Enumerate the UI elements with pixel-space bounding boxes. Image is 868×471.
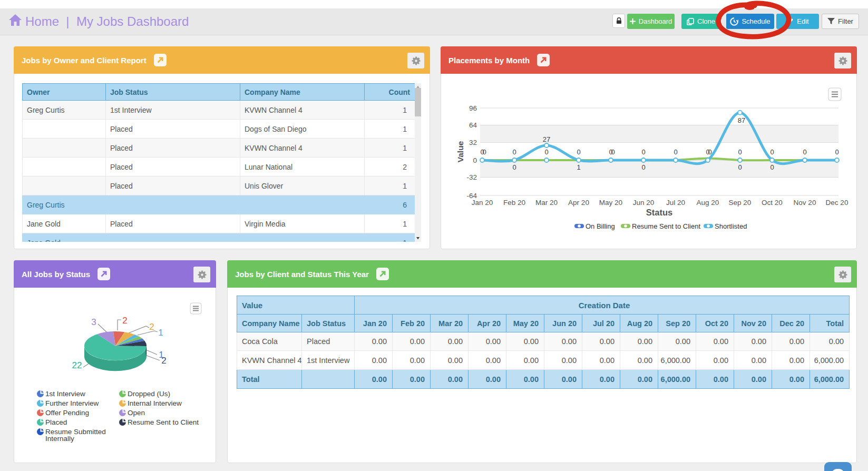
- svg-text:0: 0: [512, 163, 516, 171]
- svg-text:Resume Sent to Client: Resume Sent to Client: [632, 222, 700, 230]
- svg-text:Feb 20: Feb 20: [503, 199, 525, 207]
- svg-text:0: 0: [738, 163, 742, 171]
- svg-text:Sep 20: Sep 20: [729, 199, 752, 207]
- svg-text:3: 3: [91, 317, 96, 327]
- svg-text:1: 1: [158, 328, 163, 338]
- svg-text:2: 2: [122, 316, 127, 326]
- svg-text:87: 87: [738, 116, 745, 124]
- svg-text:1st Interview: 1st Interview: [45, 390, 85, 398]
- svg-text:0: 0: [482, 148, 486, 156]
- svg-text:Placed: Placed: [45, 418, 67, 426]
- svg-text:2: 2: [149, 322, 154, 332]
- svg-text:Aug 20: Aug 20: [697, 199, 719, 207]
- svg-text:0: 0: [770, 148, 774, 156]
- svg-text:0: 0: [641, 148, 645, 156]
- svg-text:Open: Open: [128, 409, 145, 417]
- svg-text:Jun 20: Jun 20: [633, 199, 655, 207]
- svg-text:0: 0: [611, 148, 615, 156]
- svg-text:Internal Interview: Internal Interview: [128, 399, 182, 407]
- svg-text:0: 0: [512, 148, 516, 156]
- svg-text:Mar 20: Mar 20: [535, 199, 558, 207]
- svg-text:Internally: Internally: [45, 435, 74, 443]
- svg-text:Dropped (Us): Dropped (Us): [128, 390, 170, 398]
- svg-text:0: 0: [577, 148, 580, 156]
- svg-text:Oct 20: Oct 20: [762, 199, 783, 207]
- svg-text:27: 27: [543, 135, 550, 143]
- svg-text:May 20: May 20: [599, 199, 622, 207]
- svg-text:0: 0: [835, 148, 838, 156]
- svg-text:Apr 20: Apr 20: [568, 199, 589, 207]
- svg-text:0: 0: [738, 148, 742, 156]
- svg-text:0: 0: [473, 156, 477, 164]
- svg-text:On Billing: On Billing: [586, 222, 615, 230]
- svg-text:0: 0: [770, 163, 774, 171]
- svg-text:2: 2: [161, 356, 166, 366]
- svg-text:Shortlisted: Shortlisted: [715, 222, 747, 230]
- svg-text:32: 32: [469, 139, 477, 146]
- svg-text:Further Interview: Further Interview: [45, 399, 99, 407]
- svg-text:Jan 20: Jan 20: [472, 199, 493, 207]
- svg-text:0: 0: [803, 148, 806, 156]
- svg-text:Value: Value: [456, 141, 465, 162]
- svg-text:-32: -32: [466, 173, 477, 181]
- svg-text:0: 0: [641, 163, 645, 171]
- svg-text:0: 0: [708, 148, 711, 156]
- svg-text:Status: Status: [646, 208, 672, 217]
- svg-text:0: 0: [544, 148, 548, 156]
- svg-text:96: 96: [469, 104, 477, 112]
- svg-text:1: 1: [577, 163, 580, 171]
- svg-text:Offer Pending: Offer Pending: [45, 409, 89, 417]
- svg-text:64: 64: [469, 121, 477, 129]
- svg-text:Jul 20: Jul 20: [666, 199, 685, 207]
- svg-text:0: 0: [674, 148, 677, 156]
- svg-text:Nov 20: Nov 20: [794, 199, 816, 207]
- svg-text:Resume Sent to Client: Resume Sent to Client: [128, 418, 199, 426]
- svg-text:22: 22: [72, 360, 82, 370]
- svg-text:Dec 20: Dec 20: [826, 199, 849, 207]
